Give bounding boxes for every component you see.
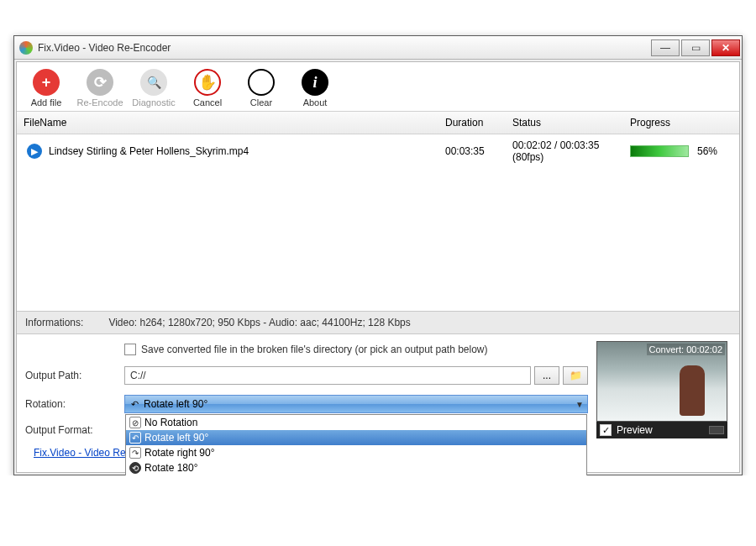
refresh-icon: ⟳ xyxy=(87,69,113,96)
rotation-dropdown: ⊘ No Rotation ↶ Rotate left 90° ↷ Rotate… xyxy=(125,414,587,475)
file-list: ▶ Lindsey Stirling & Peter Hollens_Skyri… xyxy=(17,134,739,311)
rotation-label: Rotation: xyxy=(25,398,116,410)
rotation-selected: Rotate left 90° xyxy=(144,398,207,410)
add-file-button[interactable]: + Add file xyxy=(25,69,67,108)
video-file-icon: ▶ xyxy=(27,144,42,159)
minimize-button[interactable]: — xyxy=(651,39,680,56)
settings-panel: Save converted file in the broken file's… xyxy=(17,334,739,472)
duration-cell: 00:03:35 xyxy=(438,144,506,159)
diagnostic-button[interactable]: 🔍 Diagnostic xyxy=(133,69,175,108)
rotation-option-left90[interactable]: ↶ Rotate left 90° xyxy=(126,430,586,445)
rotate-180-icon: ⟲ xyxy=(129,462,141,474)
diagnostic-icon: 🔍 xyxy=(140,69,167,96)
app-icon xyxy=(19,41,33,55)
progress-bar xyxy=(630,145,689,157)
convert-overlay: Convert: 00:02:02 xyxy=(647,344,725,355)
col-duration[interactable]: Duration xyxy=(438,115,506,130)
close-button[interactable]: ✕ xyxy=(711,39,740,56)
table-row[interactable]: ▶ Lindsey Stirling & Peter Hollens_Skyri… xyxy=(17,134,739,168)
app-window: Fix.Video - Video Re-Encoder — ▭ ✕ + Add… xyxy=(13,35,743,475)
chevron-down-icon: ▼ xyxy=(575,400,584,409)
content-area: + Add file ⟳ Re-Encode 🔍 Diagnostic ✋ Ca… xyxy=(16,61,740,473)
rotation-select[interactable]: ↶ Rotate left 90° ▼ ⊘ No Rotation ↶ Rota… xyxy=(124,395,588,413)
info-bar: Informations: Video: h264; 1280x720; 950… xyxy=(17,311,739,334)
maximize-button[interactable]: ▭ xyxy=(681,39,710,56)
rotate-left-icon: ↶ xyxy=(129,432,141,444)
hand-stop-icon: ✋ xyxy=(194,69,221,96)
clear-icon: ✖ xyxy=(248,69,275,96)
filename-cell: Lindsey Stirling & Peter Hollens_Skyrim.… xyxy=(49,145,249,157)
output-format-label: Output Format: xyxy=(25,424,116,436)
list-header: FileName Duration Status Progress xyxy=(17,111,739,134)
rotation-option-none[interactable]: ⊘ No Rotation xyxy=(126,415,586,430)
rotate-left-icon: ↶ xyxy=(129,398,140,410)
col-filename[interactable]: FileName xyxy=(17,115,438,130)
plus-icon: + xyxy=(33,69,60,96)
rotation-option-180[interactable]: ⟲ Rotate 180° xyxy=(126,460,586,475)
open-folder-button[interactable]: 📁 xyxy=(563,366,588,385)
toolbar: + Add file ⟳ Re-Encode 🔍 Diagnostic ✋ Ca… xyxy=(17,62,739,111)
col-progress[interactable]: Progress xyxy=(623,115,739,130)
info-label: Informations: xyxy=(25,317,83,328)
col-status[interactable]: Status xyxy=(506,115,623,130)
save-in-dir-checkbox[interactable] xyxy=(124,344,136,355)
info-icon: i xyxy=(302,69,328,96)
preview-toggle[interactable] xyxy=(709,426,724,434)
reencode-button[interactable]: ⟳ Re-Encode xyxy=(79,69,121,108)
info-text: Video: h264; 1280x720; 950 Kbps - Audio:… xyxy=(108,317,410,328)
rotate-right-icon: ↷ xyxy=(129,447,141,459)
preview-label: Preview xyxy=(617,424,653,436)
about-button[interactable]: i About xyxy=(294,69,336,108)
preview-image: Convert: 00:02:02 xyxy=(596,341,727,422)
output-path-label: Output Path: xyxy=(25,370,116,381)
save-in-dir-label: Save converted file in the broken file's… xyxy=(141,344,488,355)
window-controls: — ▭ ✕ xyxy=(649,39,740,56)
window-title: Fix.Video - Video Re-Encoder xyxy=(38,42,649,54)
no-rotation-icon: ⊘ xyxy=(129,417,141,428)
titlebar[interactable]: Fix.Video - Video Re-Encoder — ▭ ✕ xyxy=(14,36,742,60)
clear-button[interactable]: ✖ Clear xyxy=(240,69,282,108)
folder-icon: 📁 xyxy=(570,370,582,381)
progress-percent: 56% xyxy=(697,145,717,157)
preview-panel: Convert: 00:02:02 Preview xyxy=(596,341,727,438)
rotation-option-right90[interactable]: ↷ Rotate right 90° xyxy=(126,445,586,460)
preview-checkbox[interactable] xyxy=(600,424,612,436)
cancel-button[interactable]: ✋ Cancel xyxy=(186,69,228,108)
output-path-input[interactable] xyxy=(124,366,531,385)
status-cell: 00:02:02 / 00:03:35 (80fps) xyxy=(506,138,623,165)
browse-button[interactable]: ... xyxy=(534,366,559,385)
